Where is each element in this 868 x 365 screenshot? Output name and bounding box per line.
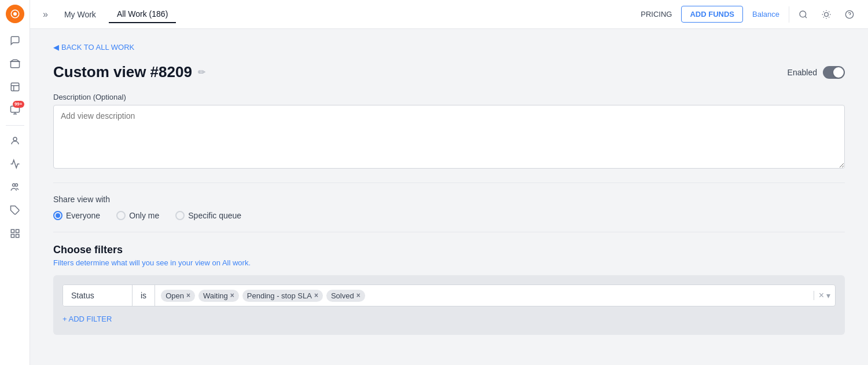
sidebar-item-contacts[interactable] xyxy=(5,130,25,151)
filter-tag-pending: Pending - stop SLA × xyxy=(242,290,323,302)
filter-clear-icon[interactable]: × xyxy=(819,291,824,300)
brand-logo[interactable] xyxy=(6,5,24,23)
svg-rect-12 xyxy=(16,235,19,238)
divider-2 xyxy=(53,232,845,232)
sidebar: 99+ xyxy=(0,0,30,365)
svg-rect-2 xyxy=(10,61,19,68)
radio-only-me[interactable]: Only me xyxy=(116,211,159,220)
sidebar-item-inbox[interactable] xyxy=(5,53,25,74)
svg-point-7 xyxy=(15,184,18,187)
enabled-toggle[interactable] xyxy=(823,66,845,79)
svg-point-5 xyxy=(13,137,17,141)
filter-tag-solved-remove[interactable]: × xyxy=(356,292,361,299)
page-title: Custom view #8209 xyxy=(53,63,192,81)
sidebar-item-views[interactable]: 99+ xyxy=(5,100,25,121)
content-area: ◀ BACK TO ALL WORK Custom view #8209 ✏ E… xyxy=(30,29,868,365)
svg-point-15 xyxy=(825,12,829,16)
add-filter-label: + ADD FILTER xyxy=(62,315,112,323)
radio-label-everyone: Everyone xyxy=(66,211,100,220)
back-label: BACK TO ALL WORK xyxy=(61,43,134,52)
filter-tag-waiting: Waiting × xyxy=(198,290,239,302)
sidebar-item-settings[interactable] xyxy=(5,223,25,244)
enabled-label: Enabled xyxy=(788,68,817,77)
svg-rect-11 xyxy=(11,235,14,238)
svg-rect-9 xyxy=(11,229,14,232)
sidebar-item-labels[interactable] xyxy=(5,200,25,221)
filter-tag-pending-label: Pending - stop SLA xyxy=(247,291,312,300)
help-icon[interactable] xyxy=(840,5,859,24)
topnav-divider xyxy=(789,6,789,23)
page-title-row: Custom view #8209 ✏ xyxy=(53,63,205,81)
sidebar-item-analytics[interactable] xyxy=(5,154,25,174)
theme-icon[interactable] xyxy=(817,5,836,24)
sidebar-item-conversations[interactable] xyxy=(5,30,25,51)
svg-point-13 xyxy=(800,11,806,17)
filter-actions: × ▾ xyxy=(814,291,835,300)
filter-tag-open-remove[interactable]: × xyxy=(186,292,190,299)
back-arrow-icon: ◀ xyxy=(53,43,59,52)
filter-op: is xyxy=(133,285,155,306)
topnav-more[interactable]: » xyxy=(39,7,52,22)
svg-line-14 xyxy=(805,16,807,18)
description-label: Description (Optional) xyxy=(53,93,845,101)
divider-1 xyxy=(53,183,845,183)
radio-circle-only-me xyxy=(116,211,126,220)
svg-point-1 xyxy=(13,12,17,16)
share-section: Share view with Everyone Only me Specifi… xyxy=(53,195,845,220)
views-badge: 99+ xyxy=(13,101,24,108)
svg-line-23 xyxy=(829,11,829,12)
pricing-link[interactable]: PRICING xyxy=(636,8,676,21)
radio-dot-everyone xyxy=(56,213,60,218)
page-header: Custom view #8209 ✏ Enabled xyxy=(53,63,845,81)
filter-box: Status is Open × Waiting × Pending - sto… xyxy=(53,275,845,335)
filter-tag-waiting-label: Waiting xyxy=(203,291,228,300)
topnav: » My Work All Work (186) PRICING ADD FUN… xyxy=(30,0,868,29)
edit-icon[interactable]: ✏ xyxy=(198,67,205,78)
add-funds-button[interactable]: ADD FUNDS xyxy=(681,6,743,23)
filters-section: Choose filters Filters determine what wi… xyxy=(53,244,845,335)
filter-row: Status is Open × Waiting × Pending - sto… xyxy=(62,284,836,306)
share-label: Share view with xyxy=(53,195,845,204)
radio-specific-queue[interactable]: Specific queue xyxy=(175,211,241,220)
svg-rect-3 xyxy=(11,83,19,91)
filter-tag-solved: Solved × xyxy=(326,290,365,302)
radio-circle-specific-queue xyxy=(175,211,185,220)
filter-tag-open-label: Open xyxy=(165,291,184,300)
sidebar-item-teams[interactable] xyxy=(5,177,25,198)
toggle-knob xyxy=(833,67,844,78)
radio-group: Everyone Only me Specific queue xyxy=(53,211,845,220)
filters-title: Choose filters xyxy=(53,244,845,256)
filter-values: Open × Waiting × Pending - stop SLA × xyxy=(155,286,814,305)
svg-line-18 xyxy=(823,11,824,12)
sidebar-divider-1 xyxy=(6,125,24,126)
filter-chevron-icon[interactable]: ▾ xyxy=(826,291,830,300)
filter-tag-solved-label: Solved xyxy=(331,291,354,300)
main-area: » My Work All Work (186) PRICING ADD FUN… xyxy=(30,0,868,365)
filter-tag-open: Open × xyxy=(161,290,195,302)
svg-rect-10 xyxy=(16,229,19,232)
radio-label-only-me: Only me xyxy=(129,211,159,220)
filter-tag-waiting-remove[interactable]: × xyxy=(230,292,234,299)
filter-field: Status xyxy=(63,285,133,306)
radio-label-specific-queue: Specific queue xyxy=(188,211,241,220)
sidebar-item-reports[interactable] xyxy=(5,76,25,97)
description-textarea[interactable] xyxy=(53,105,845,169)
tab-all-work[interactable]: All Work (186) xyxy=(109,6,176,23)
filter-tag-pending-remove[interactable]: × xyxy=(314,292,318,299)
balance-label: Balance xyxy=(748,8,784,21)
filters-desc: Filters determine what will you see in y… xyxy=(53,258,845,267)
enabled-row: Enabled xyxy=(788,66,845,79)
tab-my-work[interactable]: My Work xyxy=(56,6,104,23)
back-link[interactable]: ◀ BACK TO ALL WORK xyxy=(53,43,845,52)
search-icon[interactable] xyxy=(794,5,812,24)
svg-line-22 xyxy=(823,17,824,17)
radio-everyone[interactable]: Everyone xyxy=(53,211,100,220)
radio-circle-everyone xyxy=(53,211,62,220)
add-filter-button[interactable]: + ADD FILTER xyxy=(62,312,836,326)
svg-line-19 xyxy=(829,17,829,17)
